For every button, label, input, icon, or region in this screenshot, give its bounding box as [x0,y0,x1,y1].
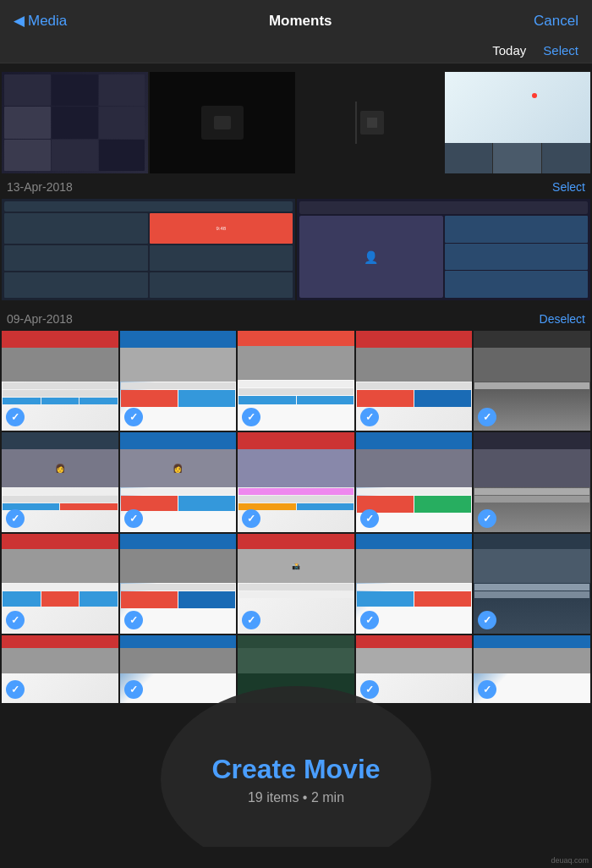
page-title: Moments [269,13,332,30]
photo-thumb[interactable]: 9:48 [2,199,295,300]
selection-check [6,408,25,426]
photo-thumb[interactable] [120,534,237,634]
date-text: 09-Apr-2018 [7,312,73,326]
photo-thumb[interactable] [356,432,473,532]
create-movie-button[interactable]: Create Movie 19 items • 2 min [161,686,431,847]
photo-thumb[interactable] [150,72,296,173]
photo-thumb[interactable] [474,432,590,532]
header: ◀ Media Moments Cancel [0,0,592,38]
back-label[interactable]: Media [28,13,67,30]
back-chevron-icon: ◀ [14,12,25,30]
photo-thumb[interactable]: 👤 [297,199,590,300]
selection-check [360,611,379,629]
date-text: 13-Apr-2018 [7,180,73,194]
section-apr13: 13-Apr-2018 Select 9:48 [0,63,592,300]
today-label: Today [492,43,526,58]
selection-check [360,408,379,426]
photo-thumb[interactable] [474,534,590,634]
photo-thumb[interactable] [474,331,590,431]
selection-check [6,509,25,528]
photo-thumb[interactable] [2,72,148,173]
deselect-section-button[interactable]: Deselect [540,312,585,326]
photo-thumb[interactable] [238,331,354,431]
create-movie-title: Create Movie [211,754,380,785]
photo-thumb[interactable] [297,72,443,173]
photo-thumb[interactable] [445,72,591,173]
photo-thumb[interactable]: 👩 [2,432,118,532]
date-label-apr13: 13-Apr-2018 Select [0,173,592,199]
selection-check [124,509,143,528]
photo-row-apr13-1 [0,72,592,173]
photo-thumb[interactable] [2,534,118,634]
photo-thumb[interactable]: 👩 [120,432,237,532]
sub-header: Today Select [0,38,592,63]
create-movie-overlay[interactable]: Create Movie 19 items • 2 min [0,678,592,847]
selection-check [6,611,25,629]
photo-grid-apr9-row2: 👩 👩 [0,432,592,532]
photo-thumb[interactable] [238,432,354,532]
photo-thumb[interactable]: 📸 [238,534,354,634]
selection-check [124,408,143,426]
photo-row-apr13-2: 9:48 👤 [0,199,592,300]
select-section-button[interactable]: Select [552,180,585,194]
photo-grid-apr9-row3: 📸 [0,534,592,634]
watermark: deuaq.com [551,856,589,865]
selection-check [360,509,379,528]
select-button[interactable]: Select [543,43,578,58]
selection-check [124,611,143,629]
photo-thumb[interactable] [356,534,473,634]
photo-scroll-area: 13-Apr-2018 Select 9:48 [0,63,592,847]
cancel-button[interactable]: Cancel [534,13,578,30]
photo-thumb[interactable] [356,331,473,431]
create-movie-subtitle: 19 items • 2 min [248,790,344,805]
back-button[interactable]: ◀ Media [14,12,67,30]
date-label-apr9: 09-Apr-2018 Deselect [0,300,592,331]
photo-thumb[interactable] [120,331,237,431]
photo-grid-apr9-row1 [0,331,592,431]
photo-thumb[interactable] [2,331,118,431]
